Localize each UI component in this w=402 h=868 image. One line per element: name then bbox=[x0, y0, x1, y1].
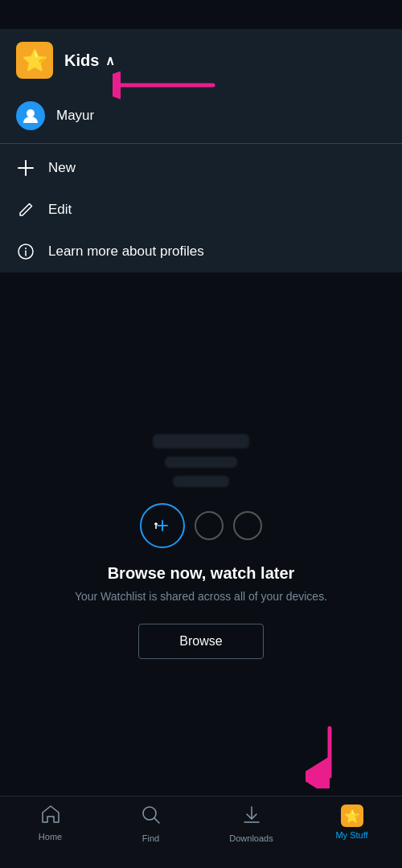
nav-find[interactable]: Find bbox=[100, 805, 201, 843]
nav-mystuff[interactable]: ⭐ My Stuff bbox=[302, 805, 402, 840]
home-icon bbox=[40, 805, 61, 829]
kids-name: Kids bbox=[64, 51, 99, 70]
bottom-navigation: Home Find Downloads ⭐ My Stuff bbox=[0, 796, 402, 868]
watchlist-placeholder-2 bbox=[233, 511, 262, 540]
profile-dropdown: ⭐ Kids ∧ Mayur bbox=[0, 29, 402, 272]
pink-down-arrow-indicator bbox=[306, 724, 354, 792]
learn-more-button[interactable]: Learn more about profiles bbox=[0, 231, 402, 272]
nav-home[interactable]: Home bbox=[0, 805, 100, 841]
blurred-content bbox=[153, 434, 249, 487]
pencil-icon bbox=[16, 200, 35, 219]
svg-point-2 bbox=[27, 109, 35, 117]
new-label: New bbox=[48, 160, 76, 176]
info-icon bbox=[16, 242, 35, 261]
divider bbox=[0, 143, 402, 144]
mystuff-kids-avatar: ⭐ bbox=[341, 805, 363, 827]
learn-more-label: Learn more about profiles bbox=[48, 244, 204, 260]
svg-point-7 bbox=[25, 248, 27, 249]
svg-line-13 bbox=[154, 818, 159, 823]
find-icon bbox=[141, 805, 162, 830]
home-label: Home bbox=[39, 832, 62, 841]
add-to-watchlist-icon bbox=[140, 503, 185, 548]
mystuff-label: My Stuff bbox=[335, 830, 367, 840]
new-profile-button[interactable]: New bbox=[0, 147, 402, 189]
mayur-name: Mayur bbox=[56, 108, 94, 124]
find-label: Find bbox=[142, 833, 159, 843]
nav-downloads[interactable]: Downloads bbox=[201, 805, 302, 843]
mayur-avatar bbox=[16, 101, 45, 130]
kids-name-row: Kids ∧ bbox=[64, 51, 115, 70]
watchlist-icons bbox=[140, 503, 262, 548]
downloads-label: Downloads bbox=[229, 833, 273, 843]
kids-chevron-icon: ∧ bbox=[105, 53, 115, 68]
browse-button[interactable]: Browse bbox=[138, 624, 263, 659]
edit-profiles-button[interactable]: Edit bbox=[0, 189, 402, 231]
watchlist-placeholder-1 bbox=[195, 511, 224, 540]
watchlist-title: Browse now, watch later bbox=[108, 564, 295, 583]
watchlist-subtitle: Your Watchlist is shared across all of y… bbox=[75, 589, 327, 605]
edit-label: Edit bbox=[48, 202, 72, 218]
download-icon bbox=[241, 805, 262, 830]
pink-arrow-indicator bbox=[113, 71, 217, 103]
plus-icon bbox=[16, 158, 35, 178]
kids-avatar: ⭐ bbox=[16, 42, 53, 79]
